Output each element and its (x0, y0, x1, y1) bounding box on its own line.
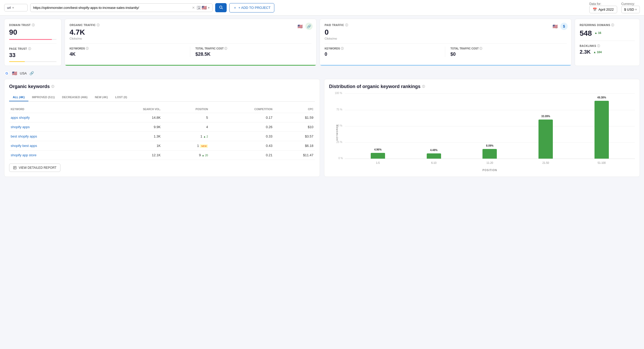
paid-keywords-info-icon[interactable]: ⓘ (341, 47, 344, 50)
position-up-icon: ▲ 2 (203, 135, 208, 138)
keyword-link[interactable]: apps shopify (11, 116, 30, 120)
view-report-button[interactable]: VIEW DETAILED REPORT (9, 164, 60, 172)
search-vol-cell: 14.8K (99, 113, 162, 122)
organic-link-button[interactable]: 🔗 (305, 23, 313, 30)
referring-domains-info-icon[interactable]: ⓘ (611, 23, 614, 27)
referring-domains-value: 548 (580, 29, 592, 38)
keyword-link[interactable]: shopify app store (11, 153, 36, 157)
position-cell: 9 ▲ 20 (162, 151, 210, 160)
currency-value: $ USD (624, 8, 634, 11)
chart-grid-area: 100 % 75 % 50 % 25 % 0 % 4.96% 1- (345, 94, 635, 159)
page-trust-info-icon[interactable]: ⓘ (28, 47, 31, 51)
new-badge: NEW (200, 144, 208, 148)
data-for-section: Data for: 📅 April 2022 (589, 2, 617, 13)
date-picker-button[interactable]: 📅 April 2022 (589, 6, 617, 13)
organic-traffic-cost-label: TOTAL TRAFFIC COST ⓘ (195, 47, 312, 51)
tab-all[interactable]: ALL (4K) (9, 94, 28, 101)
keyword-link[interactable]: best shopify apps (11, 134, 37, 138)
cpc-cell: $11.47 (274, 151, 315, 160)
tab-lost[interactable]: LOST (0) (112, 94, 131, 101)
paid-traffic-card: 🇺🇸 $ PAID TRAFFIC ⓘ 0 Clicks/mo KEYWORDS… (320, 19, 572, 66)
cpc-cell: $1.59 (274, 113, 315, 122)
referring-domains-delta: ▲ 16 (595, 31, 601, 34)
chart-container: KEYWORDS 100 % 75 % 50 % 25 % 0 % (329, 94, 635, 172)
url-input[interactable] (33, 6, 190, 10)
x-axis-label: POSITION (345, 169, 635, 172)
y-tick-25: 25 % (336, 141, 342, 144)
clear-icon[interactable]: ✕ (192, 6, 195, 10)
bar-group: 8.09% 11-20 (482, 94, 497, 159)
bar-rect (427, 153, 441, 159)
paid-traffic-label: PAID TRAFFIC ⓘ (325, 23, 567, 27)
us-flag-button[interactable]: 🇺🇸 (296, 23, 304, 30)
organic-traffic-info-icon[interactable]: ⓘ (97, 23, 100, 27)
add-project-button[interactable]: ＋ + ADD TO PROJECT (229, 3, 274, 13)
table-row: shopify app store 12.1K 9 ▲ 20 0.21 $11.… (9, 151, 315, 160)
bar-value-label: 4.96% (374, 148, 381, 151)
bars-container: 4.96% 1-5 4.48% 6-10 8.09% 11-20 33.09% … (345, 94, 635, 159)
svg-point-0 (220, 6, 222, 8)
bar-x-label: 6-10 (431, 161, 436, 164)
table-row: apps shopify 14.8K 5 0.17 $1.59 (9, 113, 315, 122)
bar-group: 49.38% 51-100 (595, 94, 609, 159)
paid-traffic-cost-label: TOTAL TRAFFIC COST ⓘ (450, 47, 567, 51)
search-icon (219, 5, 223, 9)
keywords-table: KEYWORD SEARCH VOL. POSITION COMPETITION… (9, 106, 315, 160)
country-label: USA (20, 71, 27, 75)
backlinks-value: 2.3K (580, 49, 591, 55)
main-content: Organic keywords ⓘ ALL (4K) IMPROVED (51… (0, 79, 644, 181)
filter-link-icon[interactable]: 🔗 (29, 71, 34, 75)
backlinks-delta: ▲ 104 (593, 51, 602, 54)
paid-keywords-value: 0 (325, 52, 441, 57)
organic-divider (70, 43, 312, 43)
paid-keywords-sub: KEYWORDS ⓘ 0 (325, 47, 441, 57)
domain-trust-info-icon[interactable]: ⓘ (32, 23, 35, 27)
paid-traffic-info-icon[interactable]: ⓘ (345, 23, 348, 27)
chevron-down-icon: ▾ (12, 6, 14, 10)
cpc-cell: $10 (274, 122, 315, 132)
tab-improved[interactable]: IMPROVED (511) (28, 94, 58, 101)
y-tick-50: 50 % (336, 124, 342, 127)
organic-traffic-label: ORGANIC TRAFFIC ⓘ (70, 23, 312, 27)
y-tick-75: 75 % (336, 108, 342, 111)
tab-decreased[interactable]: DECREASED (466) (58, 94, 91, 101)
position-up-icon: ▲ 20 (202, 154, 208, 157)
backlinks-info-icon[interactable]: ⓘ (597, 44, 600, 48)
search-button[interactable] (215, 3, 227, 12)
paid-traffic-flags: 🇺🇸 $ (552, 23, 568, 30)
col-competition: COMPETITION (209, 106, 274, 113)
keyword-cell: best shopify apps (9, 132, 99, 141)
keyword-link[interactable]: shopify apps (11, 125, 30, 129)
google-icon[interactable]: G (4, 71, 9, 76)
paid-sub-metrics: KEYWORDS ⓘ 0 TOTAL TRAFFIC COST ⓘ $0 (325, 47, 567, 57)
url-type-select[interactable]: url ▾ (4, 4, 28, 11)
table-row: shopify apps 9.9K 4 0.26 $10 (9, 122, 315, 132)
y-tick-100: 100 % (335, 92, 342, 95)
paid-cost-info-icon[interactable]: ⓘ (479, 47, 482, 50)
flag-dropdown-icon[interactable]: ▾ (208, 6, 210, 10)
paid-traffic-cost-value: $0 (450, 52, 567, 57)
distribution-info-icon[interactable]: ⓘ (422, 85, 425, 89)
referring-domains-label: REFERRING DOMAINS ⓘ (580, 23, 635, 27)
cpc-cell: $6.18 (274, 141, 315, 151)
tab-new[interactable]: NEW (4K) (91, 94, 112, 101)
keywords-info-icon[interactable]: ⓘ (86, 47, 89, 50)
bar-x-label: 21-50 (542, 161, 549, 164)
distribution-chart-title: Distribution of organic keyword rankings… (329, 84, 635, 89)
keyword-link[interactable]: shopify best apps (11, 144, 37, 148)
domain-trust-bar (9, 39, 57, 40)
paid-dollar-button[interactable]: $ (560, 23, 568, 30)
y-tick-0: 0 % (338, 157, 343, 160)
organic-keywords-info-icon[interactable]: ⓘ (51, 85, 54, 89)
search-vol-cell: 1.3K (99, 132, 162, 141)
us-flag-icon: 🇺🇸 (202, 5, 207, 10)
currency-selector[interactable]: $ USD ▾ (621, 6, 640, 13)
domain-trust-label: DOMAIN TRUST ⓘ (9, 23, 57, 27)
paid-us-flag-button[interactable]: 🇺🇸 (552, 23, 559, 30)
traffic-cost-info-icon[interactable]: ⓘ (224, 47, 227, 50)
organic-traffic-card: 🇺🇸 🔗 ORGANIC TRAFFIC ⓘ 4.7K Clicks/mo KE… (65, 19, 317, 66)
page-trust-value: 33 (9, 52, 57, 59)
organic-keywords-title: Organic keywords ⓘ (9, 84, 315, 89)
cpc-cell: $3.57 (274, 132, 315, 141)
organic-keywords-value: 4K (70, 52, 186, 57)
